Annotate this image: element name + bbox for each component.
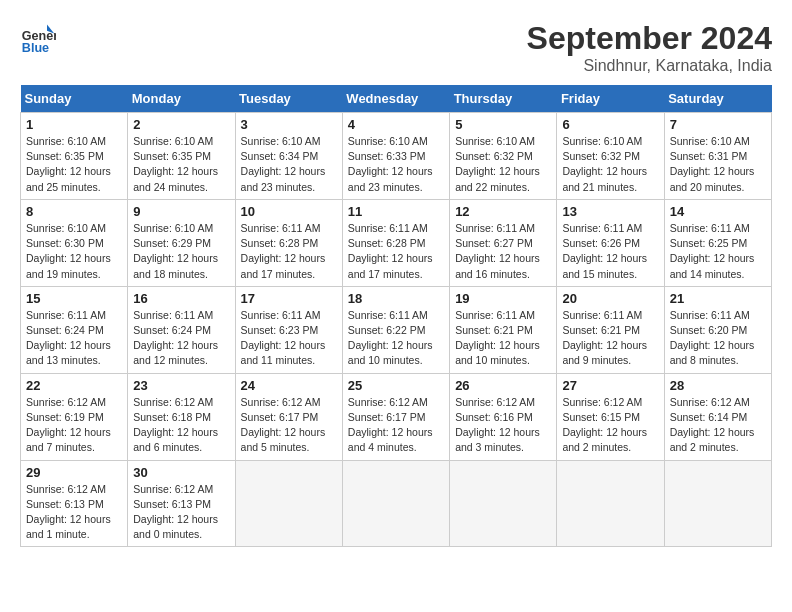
month-title: September 2024 bbox=[527, 20, 772, 57]
calendar-body: 1Sunrise: 6:10 AMSunset: 6:35 PMDaylight… bbox=[21, 113, 772, 547]
calendar-cell: 29Sunrise: 6:12 AMSunset: 6:13 PMDayligh… bbox=[21, 460, 128, 547]
day-info: Sunrise: 6:11 AMSunset: 6:23 PMDaylight:… bbox=[241, 308, 337, 369]
header-tuesday: Tuesday bbox=[235, 85, 342, 113]
header-friday: Friday bbox=[557, 85, 664, 113]
day-number: 17 bbox=[241, 291, 337, 306]
day-info: Sunrise: 6:10 AMSunset: 6:30 PMDaylight:… bbox=[26, 221, 122, 282]
header-thursday: Thursday bbox=[450, 85, 557, 113]
day-info: Sunrise: 6:12 AMSunset: 6:15 PMDaylight:… bbox=[562, 395, 658, 456]
day-info: Sunrise: 6:12 AMSunset: 6:13 PMDaylight:… bbox=[26, 482, 122, 543]
day-info: Sunrise: 6:11 AMSunset: 6:24 PMDaylight:… bbox=[133, 308, 229, 369]
calendar-cell: 13Sunrise: 6:11 AMSunset: 6:26 PMDayligh… bbox=[557, 199, 664, 286]
svg-text:Blue: Blue bbox=[22, 41, 49, 55]
calendar-cell bbox=[342, 460, 449, 547]
calendar-cell bbox=[450, 460, 557, 547]
day-info: Sunrise: 6:10 AMSunset: 6:29 PMDaylight:… bbox=[133, 221, 229, 282]
day-number: 18 bbox=[348, 291, 444, 306]
day-number: 6 bbox=[562, 117, 658, 132]
day-number: 7 bbox=[670, 117, 766, 132]
calendar-cell: 5Sunrise: 6:10 AMSunset: 6:32 PMDaylight… bbox=[450, 113, 557, 200]
calendar-cell: 16Sunrise: 6:11 AMSunset: 6:24 PMDayligh… bbox=[128, 286, 235, 373]
day-number: 8 bbox=[26, 204, 122, 219]
header-monday: Monday bbox=[128, 85, 235, 113]
day-info: Sunrise: 6:10 AMSunset: 6:31 PMDaylight:… bbox=[670, 134, 766, 195]
day-number: 16 bbox=[133, 291, 229, 306]
calendar-cell bbox=[235, 460, 342, 547]
calendar-week-4: 22Sunrise: 6:12 AMSunset: 6:19 PMDayligh… bbox=[21, 373, 772, 460]
calendar-cell: 6Sunrise: 6:10 AMSunset: 6:32 PMDaylight… bbox=[557, 113, 664, 200]
calendar-cell: 11Sunrise: 6:11 AMSunset: 6:28 PMDayligh… bbox=[342, 199, 449, 286]
calendar-cell: 15Sunrise: 6:11 AMSunset: 6:24 PMDayligh… bbox=[21, 286, 128, 373]
day-info: Sunrise: 6:11 AMSunset: 6:22 PMDaylight:… bbox=[348, 308, 444, 369]
logo: General Blue bbox=[20, 20, 56, 56]
day-info: Sunrise: 6:10 AMSunset: 6:32 PMDaylight:… bbox=[562, 134, 658, 195]
day-info: Sunrise: 6:12 AMSunset: 6:17 PMDaylight:… bbox=[348, 395, 444, 456]
day-info: Sunrise: 6:11 AMSunset: 6:26 PMDaylight:… bbox=[562, 221, 658, 282]
day-number: 29 bbox=[26, 465, 122, 480]
calendar-cell: 10Sunrise: 6:11 AMSunset: 6:28 PMDayligh… bbox=[235, 199, 342, 286]
calendar-cell: 22Sunrise: 6:12 AMSunset: 6:19 PMDayligh… bbox=[21, 373, 128, 460]
calendar-week-5: 29Sunrise: 6:12 AMSunset: 6:13 PMDayligh… bbox=[21, 460, 772, 547]
calendar-cell: 27Sunrise: 6:12 AMSunset: 6:15 PMDayligh… bbox=[557, 373, 664, 460]
day-number: 5 bbox=[455, 117, 551, 132]
calendar-cell: 24Sunrise: 6:12 AMSunset: 6:17 PMDayligh… bbox=[235, 373, 342, 460]
day-info: Sunrise: 6:12 AMSunset: 6:14 PMDaylight:… bbox=[670, 395, 766, 456]
day-number: 15 bbox=[26, 291, 122, 306]
calendar-cell bbox=[664, 460, 771, 547]
calendar-cell: 3Sunrise: 6:10 AMSunset: 6:34 PMDaylight… bbox=[235, 113, 342, 200]
calendar-week-1: 1Sunrise: 6:10 AMSunset: 6:35 PMDaylight… bbox=[21, 113, 772, 200]
day-number: 27 bbox=[562, 378, 658, 393]
day-info: Sunrise: 6:12 AMSunset: 6:13 PMDaylight:… bbox=[133, 482, 229, 543]
calendar-cell: 4Sunrise: 6:10 AMSunset: 6:33 PMDaylight… bbox=[342, 113, 449, 200]
day-info: Sunrise: 6:10 AMSunset: 6:33 PMDaylight:… bbox=[348, 134, 444, 195]
calendar-cell: 20Sunrise: 6:11 AMSunset: 6:21 PMDayligh… bbox=[557, 286, 664, 373]
calendar-cell: 30Sunrise: 6:12 AMSunset: 6:13 PMDayligh… bbox=[128, 460, 235, 547]
calendar-cell: 25Sunrise: 6:12 AMSunset: 6:17 PMDayligh… bbox=[342, 373, 449, 460]
day-number: 14 bbox=[670, 204, 766, 219]
day-number: 22 bbox=[26, 378, 122, 393]
day-number: 1 bbox=[26, 117, 122, 132]
day-info: Sunrise: 6:12 AMSunset: 6:16 PMDaylight:… bbox=[455, 395, 551, 456]
day-info: Sunrise: 6:10 AMSunset: 6:34 PMDaylight:… bbox=[241, 134, 337, 195]
day-number: 13 bbox=[562, 204, 658, 219]
day-number: 9 bbox=[133, 204, 229, 219]
calendar-cell: 12Sunrise: 6:11 AMSunset: 6:27 PMDayligh… bbox=[450, 199, 557, 286]
calendar-week-2: 8Sunrise: 6:10 AMSunset: 6:30 PMDaylight… bbox=[21, 199, 772, 286]
page-header: General Blue September 2024 Sindhnur, Ka… bbox=[20, 20, 772, 75]
day-number: 24 bbox=[241, 378, 337, 393]
day-info: Sunrise: 6:11 AMSunset: 6:28 PMDaylight:… bbox=[241, 221, 337, 282]
header-wednesday: Wednesday bbox=[342, 85, 449, 113]
day-number: 3 bbox=[241, 117, 337, 132]
day-info: Sunrise: 6:10 AMSunset: 6:32 PMDaylight:… bbox=[455, 134, 551, 195]
calendar-cell: 9Sunrise: 6:10 AMSunset: 6:29 PMDaylight… bbox=[128, 199, 235, 286]
day-info: Sunrise: 6:11 AMSunset: 6:20 PMDaylight:… bbox=[670, 308, 766, 369]
day-number: 23 bbox=[133, 378, 229, 393]
location-subtitle: Sindhnur, Karnataka, India bbox=[527, 57, 772, 75]
calendar-week-3: 15Sunrise: 6:11 AMSunset: 6:24 PMDayligh… bbox=[21, 286, 772, 373]
header-saturday: Saturday bbox=[664, 85, 771, 113]
calendar-cell: 7Sunrise: 6:10 AMSunset: 6:31 PMDaylight… bbox=[664, 113, 771, 200]
calendar-cell: 21Sunrise: 6:11 AMSunset: 6:20 PMDayligh… bbox=[664, 286, 771, 373]
calendar-cell bbox=[557, 460, 664, 547]
day-number: 11 bbox=[348, 204, 444, 219]
calendar-cell: 2Sunrise: 6:10 AMSunset: 6:35 PMDaylight… bbox=[128, 113, 235, 200]
day-number: 26 bbox=[455, 378, 551, 393]
day-number: 10 bbox=[241, 204, 337, 219]
day-number: 30 bbox=[133, 465, 229, 480]
day-number: 19 bbox=[455, 291, 551, 306]
day-number: 2 bbox=[133, 117, 229, 132]
day-info: Sunrise: 6:10 AMSunset: 6:35 PMDaylight:… bbox=[133, 134, 229, 195]
day-number: 12 bbox=[455, 204, 551, 219]
day-info: Sunrise: 6:12 AMSunset: 6:17 PMDaylight:… bbox=[241, 395, 337, 456]
day-info: Sunrise: 6:11 AMSunset: 6:24 PMDaylight:… bbox=[26, 308, 122, 369]
day-number: 21 bbox=[670, 291, 766, 306]
calendar-header-row: SundayMondayTuesdayWednesdayThursdayFrid… bbox=[21, 85, 772, 113]
calendar-cell: 17Sunrise: 6:11 AMSunset: 6:23 PMDayligh… bbox=[235, 286, 342, 373]
title-block: September 2024 Sindhnur, Karnataka, Indi… bbox=[527, 20, 772, 75]
day-number: 25 bbox=[348, 378, 444, 393]
calendar-cell: 23Sunrise: 6:12 AMSunset: 6:18 PMDayligh… bbox=[128, 373, 235, 460]
calendar-cell: 1Sunrise: 6:10 AMSunset: 6:35 PMDaylight… bbox=[21, 113, 128, 200]
calendar-cell: 19Sunrise: 6:11 AMSunset: 6:21 PMDayligh… bbox=[450, 286, 557, 373]
header-sunday: Sunday bbox=[21, 85, 128, 113]
day-info: Sunrise: 6:12 AMSunset: 6:19 PMDaylight:… bbox=[26, 395, 122, 456]
